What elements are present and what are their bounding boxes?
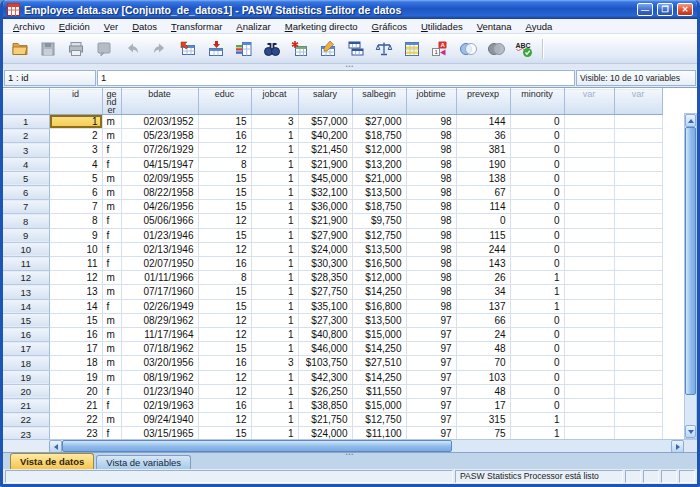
menu-item-datos[interactable]: Datos: [125, 21, 164, 32]
cell-prevexp-row19[interactable]: 103: [456, 370, 510, 384]
row-number[interactable]: 20: [3, 384, 49, 398]
cell-var1-row12[interactable]: [564, 271, 614, 285]
toolbar-button-spell-check[interactable]: ABC: [510, 36, 538, 62]
toolbar-button-save[interactable]: [34, 36, 62, 62]
cell-var1-row13[interactable]: [564, 285, 614, 299]
cell-var2-row15[interactable]: [614, 313, 662, 327]
cell-bdate-row16[interactable]: 11/17/1964: [121, 328, 198, 342]
cell-salary-row21[interactable]: $38,850: [298, 399, 352, 413]
cell-salbegin-row7[interactable]: $18,750: [352, 200, 406, 214]
cell-var1-row8[interactable]: [564, 214, 614, 228]
cell-educ-row11[interactable]: 16: [198, 257, 251, 271]
cell-var1-row3[interactable]: [564, 143, 614, 157]
cell-salbegin-row18[interactable]: $27,510: [352, 356, 406, 370]
cell-salbegin-row21[interactable]: $15,000: [352, 399, 406, 413]
cell-educ-row21[interactable]: 16: [198, 399, 251, 413]
cell-var1-row4[interactable]: [564, 157, 614, 171]
cell-minority-row5[interactable]: 0: [510, 171, 564, 185]
cell-minority-row12[interactable]: 1: [510, 271, 564, 285]
cell-salary-row8[interactable]: $21,900: [298, 214, 352, 228]
cell-bdate-row23[interactable]: 03/15/1965: [121, 427, 198, 439]
row-number[interactable]: 14: [3, 299, 49, 313]
cell-id-row6[interactable]: 6: [49, 186, 102, 200]
cell-var2-row14[interactable]: [614, 299, 662, 313]
cell-educ-row19[interactable]: 12: [198, 370, 251, 384]
menu-item-ayuda[interactable]: Ayuda: [519, 21, 560, 32]
cell-id-row22[interactable]: 22: [49, 413, 102, 427]
row-number[interactable]: 12: [3, 271, 49, 285]
cell-bdate-row22[interactable]: 09/24/1940: [121, 413, 198, 427]
cell-jobcat-row16[interactable]: 1: [251, 328, 298, 342]
cell-educ-row15[interactable]: 12: [198, 313, 251, 327]
cell-minority-row18[interactable]: 0: [510, 356, 564, 370]
cell-educ-row23[interactable]: 15: [198, 427, 251, 439]
cell-jobtime-row2[interactable]: 98: [406, 129, 456, 143]
scroll-down-button[interactable]: [685, 425, 696, 438]
cell-id-row18[interactable]: 18: [49, 356, 102, 370]
cell-var2-row23[interactable]: [614, 427, 662, 439]
cell-jobtime-row3[interactable]: 98: [406, 143, 456, 157]
cell-minority-row19[interactable]: 0: [510, 370, 564, 384]
cell-salbegin-row23[interactable]: $11,100: [352, 427, 406, 439]
cell-jobtime-row16[interactable]: 97: [406, 328, 456, 342]
cell-jobtime-row8[interactable]: 98: [406, 214, 456, 228]
cell-gender-row10[interactable]: f: [102, 242, 121, 256]
cell-salbegin-row11[interactable]: $16,500: [352, 257, 406, 271]
cell-id-row16[interactable]: 16: [49, 328, 102, 342]
cell-var2-row1[interactable]: [614, 115, 662, 129]
cell-educ-row17[interactable]: 15: [198, 342, 251, 356]
cell-jobcat-row20[interactable]: 1: [251, 384, 298, 398]
cell-salary-row1[interactable]: $57,000: [298, 115, 352, 129]
cell-var2-row19[interactable]: [614, 370, 662, 384]
cell-gender-row18[interactable]: m: [102, 356, 121, 370]
cell-jobcat-row23[interactable]: 1: [251, 427, 298, 439]
title-bar[interactable]: Employee data.sav [Conjunto_de_datos1] -…: [3, 0, 697, 19]
cell-gender-row20[interactable]: f: [102, 384, 121, 398]
cell-jobcat-row6[interactable]: 1: [251, 186, 298, 200]
cell-educ-row7[interactable]: 15: [198, 200, 251, 214]
cell-jobcat-row14[interactable]: 1: [251, 299, 298, 313]
cell-bdate-row5[interactable]: 02/09/1955: [121, 171, 198, 185]
cell-prevexp-row7[interactable]: 114: [456, 200, 510, 214]
cell-var1-row19[interactable]: [564, 370, 614, 384]
toolbar-button-recall-dialogs[interactable]: [90, 36, 118, 62]
cell-gender-row15[interactable]: m: [102, 313, 121, 327]
cell-minority-row21[interactable]: 0: [510, 399, 564, 413]
cell-prevexp-row8[interactable]: 0: [456, 214, 510, 228]
cell-bdate-row14[interactable]: 02/26/1949: [121, 299, 198, 313]
menu-item-utilidades[interactable]: Utilidades: [414, 21, 470, 32]
cell-minority-row3[interactable]: 0: [510, 143, 564, 157]
row-number[interactable]: 19: [3, 370, 49, 384]
cell-bdate-row2[interactable]: 05/23/1958: [121, 129, 198, 143]
scroll-up-button[interactable]: [685, 114, 696, 127]
cell-minority-row11[interactable]: 0: [510, 257, 564, 271]
cell-jobcat-row11[interactable]: 1: [251, 257, 298, 271]
cell-jobtime-row10[interactable]: 98: [406, 242, 456, 256]
cell-salbegin-row8[interactable]: $9,750: [352, 214, 406, 228]
cell-var1-row10[interactable]: [564, 242, 614, 256]
cell-educ-row8[interactable]: 12: [198, 214, 251, 228]
row-number[interactable]: 6: [3, 186, 49, 200]
cell-jobtime-row13[interactable]: 98: [406, 285, 456, 299]
toolbar-button-weight-cases[interactable]: [370, 36, 398, 62]
cell-var2-row22[interactable]: [614, 413, 662, 427]
cell-bdate-row21[interactable]: 02/19/1963: [121, 399, 198, 413]
cell-id-row19[interactable]: 19: [49, 370, 102, 384]
cell-prevexp-row13[interactable]: 34: [456, 285, 510, 299]
cell-salbegin-row15[interactable]: $13,500: [352, 313, 406, 327]
cell-salary-row22[interactable]: $21,750: [298, 413, 352, 427]
cell-gender-row17[interactable]: m: [102, 342, 121, 356]
cell-gender-row22[interactable]: m: [102, 413, 121, 427]
column-header-salbegin[interactable]: salbegin: [352, 89, 406, 115]
cell-gender-row16[interactable]: m: [102, 328, 121, 342]
cell-minority-row15[interactable]: 0: [510, 313, 564, 327]
cell-gender-row12[interactable]: m: [102, 271, 121, 285]
menu-item-transformar[interactable]: Transformar: [164, 21, 229, 32]
cell-var2-row11[interactable]: [614, 257, 662, 271]
cell-salbegin-row9[interactable]: $12,750: [352, 228, 406, 242]
cell-minority-row9[interactable]: 0: [510, 228, 564, 242]
toolbar-button-select-cases[interactable]: [398, 36, 426, 62]
cell-jobcat-row22[interactable]: 1: [251, 413, 298, 427]
cell-var1-row7[interactable]: [564, 200, 614, 214]
cell-salary-row4[interactable]: $21,900: [298, 157, 352, 171]
